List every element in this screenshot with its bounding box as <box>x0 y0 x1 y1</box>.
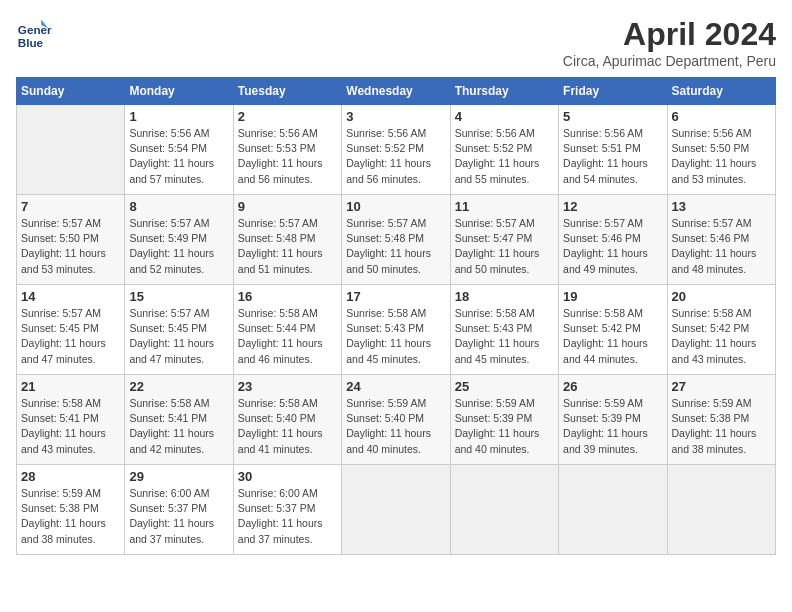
day-number: 20 <box>672 289 771 304</box>
weekday-header: Sunday <box>17 78 125 105</box>
calendar-header: SundayMondayTuesdayWednesdayThursdayFrid… <box>17 78 776 105</box>
subtitle: Circa, Apurimac Department, Peru <box>563 53 776 69</box>
calendar-cell <box>450 465 558 555</box>
day-number: 22 <box>129 379 228 394</box>
calendar-cell: 23Sunrise: 5:58 AM Sunset: 5:40 PM Dayli… <box>233 375 341 465</box>
day-info: Sunrise: 5:56 AM Sunset: 5:53 PM Dayligh… <box>238 126 337 187</box>
day-number: 1 <box>129 109 228 124</box>
calendar-table: SundayMondayTuesdayWednesdayThursdayFrid… <box>16 77 776 555</box>
day-info: Sunrise: 5:57 AM Sunset: 5:46 PM Dayligh… <box>672 216 771 277</box>
day-info: Sunrise: 5:57 AM Sunset: 5:48 PM Dayligh… <box>238 216 337 277</box>
day-info: Sunrise: 5:58 AM Sunset: 5:43 PM Dayligh… <box>346 306 445 367</box>
day-info: Sunrise: 5:56 AM Sunset: 5:51 PM Dayligh… <box>563 126 662 187</box>
calendar-cell: 15Sunrise: 5:57 AM Sunset: 5:45 PM Dayli… <box>125 285 233 375</box>
day-info: Sunrise: 5:58 AM Sunset: 5:41 PM Dayligh… <box>21 396 120 457</box>
day-number: 12 <box>563 199 662 214</box>
calendar-cell: 19Sunrise: 5:58 AM Sunset: 5:42 PM Dayli… <box>559 285 667 375</box>
calendar-cell: 29Sunrise: 6:00 AM Sunset: 5:37 PM Dayli… <box>125 465 233 555</box>
day-number: 3 <box>346 109 445 124</box>
svg-text:Blue: Blue <box>18 36 44 49</box>
calendar-cell <box>342 465 450 555</box>
day-info: Sunrise: 5:59 AM Sunset: 5:39 PM Dayligh… <box>563 396 662 457</box>
day-info: Sunrise: 5:59 AM Sunset: 5:40 PM Dayligh… <box>346 396 445 457</box>
day-info: Sunrise: 5:57 AM Sunset: 5:45 PM Dayligh… <box>129 306 228 367</box>
day-number: 21 <box>21 379 120 394</box>
day-number: 15 <box>129 289 228 304</box>
logo-icon: General Blue <box>16 16 52 52</box>
calendar-cell: 10Sunrise: 5:57 AM Sunset: 5:48 PM Dayli… <box>342 195 450 285</box>
calendar-cell: 11Sunrise: 5:57 AM Sunset: 5:47 PM Dayli… <box>450 195 558 285</box>
calendar-cell: 21Sunrise: 5:58 AM Sunset: 5:41 PM Dayli… <box>17 375 125 465</box>
svg-text:General: General <box>18 23 52 36</box>
day-number: 13 <box>672 199 771 214</box>
day-info: Sunrise: 5:58 AM Sunset: 5:44 PM Dayligh… <box>238 306 337 367</box>
day-info: Sunrise: 5:58 AM Sunset: 5:41 PM Dayligh… <box>129 396 228 457</box>
day-number: 19 <box>563 289 662 304</box>
day-number: 11 <box>455 199 554 214</box>
day-number: 30 <box>238 469 337 484</box>
day-number: 23 <box>238 379 337 394</box>
weekday-header: Tuesday <box>233 78 341 105</box>
calendar-cell: 4Sunrise: 5:56 AM Sunset: 5:52 PM Daylig… <box>450 105 558 195</box>
logo: General Blue <box>16 16 52 52</box>
calendar-cell: 28Sunrise: 5:59 AM Sunset: 5:38 PM Dayli… <box>17 465 125 555</box>
day-number: 28 <box>21 469 120 484</box>
calendar-cell: 27Sunrise: 5:59 AM Sunset: 5:38 PM Dayli… <box>667 375 775 465</box>
calendar-cell: 16Sunrise: 5:58 AM Sunset: 5:44 PM Dayli… <box>233 285 341 375</box>
calendar-cell: 30Sunrise: 6:00 AM Sunset: 5:37 PM Dayli… <box>233 465 341 555</box>
month-title: April 2024 <box>563 16 776 53</box>
day-info: Sunrise: 5:57 AM Sunset: 5:47 PM Dayligh… <box>455 216 554 277</box>
day-number: 5 <box>563 109 662 124</box>
calendar-cell: 3Sunrise: 5:56 AM Sunset: 5:52 PM Daylig… <box>342 105 450 195</box>
day-number: 17 <box>346 289 445 304</box>
day-number: 16 <box>238 289 337 304</box>
day-number: 4 <box>455 109 554 124</box>
title-area: April 2024 Circa, Apurimac Department, P… <box>563 16 776 69</box>
calendar-cell: 18Sunrise: 5:58 AM Sunset: 5:43 PM Dayli… <box>450 285 558 375</box>
calendar-cell <box>559 465 667 555</box>
day-number: 27 <box>672 379 771 394</box>
day-number: 7 <box>21 199 120 214</box>
day-info: Sunrise: 5:56 AM Sunset: 5:52 PM Dayligh… <box>346 126 445 187</box>
day-number: 9 <box>238 199 337 214</box>
day-info: Sunrise: 5:57 AM Sunset: 5:48 PM Dayligh… <box>346 216 445 277</box>
day-info: Sunrise: 5:57 AM Sunset: 5:46 PM Dayligh… <box>563 216 662 277</box>
day-info: Sunrise: 5:59 AM Sunset: 5:38 PM Dayligh… <box>672 396 771 457</box>
calendar-cell: 26Sunrise: 5:59 AM Sunset: 5:39 PM Dayli… <box>559 375 667 465</box>
day-number: 29 <box>129 469 228 484</box>
day-info: Sunrise: 5:59 AM Sunset: 5:38 PM Dayligh… <box>21 486 120 547</box>
calendar-cell: 25Sunrise: 5:59 AM Sunset: 5:39 PM Dayli… <box>450 375 558 465</box>
day-info: Sunrise: 5:58 AM Sunset: 5:43 PM Dayligh… <box>455 306 554 367</box>
day-info: Sunrise: 5:57 AM Sunset: 5:50 PM Dayligh… <box>21 216 120 277</box>
calendar-cell <box>667 465 775 555</box>
day-number: 14 <box>21 289 120 304</box>
day-number: 10 <box>346 199 445 214</box>
weekday-header: Saturday <box>667 78 775 105</box>
day-info: Sunrise: 5:59 AM Sunset: 5:39 PM Dayligh… <box>455 396 554 457</box>
calendar-cell: 22Sunrise: 5:58 AM Sunset: 5:41 PM Dayli… <box>125 375 233 465</box>
calendar-cell: 24Sunrise: 5:59 AM Sunset: 5:40 PM Dayli… <box>342 375 450 465</box>
day-info: Sunrise: 5:57 AM Sunset: 5:49 PM Dayligh… <box>129 216 228 277</box>
calendar-cell: 12Sunrise: 5:57 AM Sunset: 5:46 PM Dayli… <box>559 195 667 285</box>
calendar-cell: 2Sunrise: 5:56 AM Sunset: 5:53 PM Daylig… <box>233 105 341 195</box>
day-info: Sunrise: 5:57 AM Sunset: 5:45 PM Dayligh… <box>21 306 120 367</box>
calendar-cell: 13Sunrise: 5:57 AM Sunset: 5:46 PM Dayli… <box>667 195 775 285</box>
day-info: Sunrise: 5:58 AM Sunset: 5:42 PM Dayligh… <box>672 306 771 367</box>
calendar-cell: 17Sunrise: 5:58 AM Sunset: 5:43 PM Dayli… <box>342 285 450 375</box>
day-info: Sunrise: 5:56 AM Sunset: 5:52 PM Dayligh… <box>455 126 554 187</box>
calendar-cell: 5Sunrise: 5:56 AM Sunset: 5:51 PM Daylig… <box>559 105 667 195</box>
day-info: Sunrise: 5:58 AM Sunset: 5:42 PM Dayligh… <box>563 306 662 367</box>
calendar-cell: 7Sunrise: 5:57 AM Sunset: 5:50 PM Daylig… <box>17 195 125 285</box>
day-number: 6 <box>672 109 771 124</box>
day-info: Sunrise: 6:00 AM Sunset: 5:37 PM Dayligh… <box>129 486 228 547</box>
weekday-header: Friday <box>559 78 667 105</box>
calendar-cell: 9Sunrise: 5:57 AM Sunset: 5:48 PM Daylig… <box>233 195 341 285</box>
weekday-header: Thursday <box>450 78 558 105</box>
calendar-cell: 14Sunrise: 5:57 AM Sunset: 5:45 PM Dayli… <box>17 285 125 375</box>
day-number: 18 <box>455 289 554 304</box>
day-info: Sunrise: 5:56 AM Sunset: 5:50 PM Dayligh… <box>672 126 771 187</box>
day-number: 25 <box>455 379 554 394</box>
header: General Blue April 2024 Circa, Apurimac … <box>16 16 776 69</box>
day-number: 26 <box>563 379 662 394</box>
day-number: 8 <box>129 199 228 214</box>
